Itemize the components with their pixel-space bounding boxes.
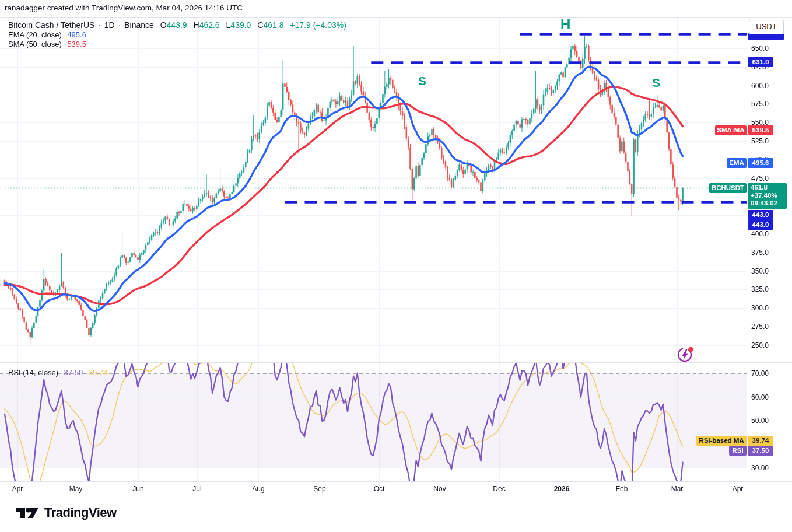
level-badge-631: 631.0: [748, 57, 773, 67]
sma-label: SMA (50, close): [8, 40, 62, 48]
ema-axis-label: EMA: [727, 158, 747, 168]
price-tick: 375.0: [751, 249, 769, 257]
time-axis-label: 2026: [554, 485, 570, 493]
ema-axis-value: 495.6: [748, 158, 773, 168]
price-tick: 275.0: [751, 323, 769, 331]
level-badge-443-b: 443.0: [748, 220, 773, 230]
price-tick: 400.0: [751, 230, 769, 238]
sma-axis-value: 539.5: [748, 125, 773, 135]
time-axis-label: Aug: [252, 485, 264, 493]
price-tick: 475.0: [751, 174, 769, 183]
tradingview-logo[interactable]: TradingView: [15, 504, 117, 522]
price-tick: 575.0: [751, 100, 769, 108]
rsi-tick: 50.00: [751, 416, 769, 425]
price-tick: 600.0: [751, 82, 769, 90]
time-axis-label: Feb: [616, 485, 628, 493]
annotation-right-shoulder[interactable]: S: [652, 76, 660, 90]
time-axis-label: Dec: [493, 485, 505, 493]
time-axis-label: Apr: [733, 485, 744, 493]
price-tick: 525.0: [751, 137, 769, 145]
rsi-tick: 70.00: [751, 369, 769, 377]
legend-ema[interactable]: EMA (20, close) 495.6: [8, 30, 86, 39]
rsi-tick: 30.00: [751, 464, 769, 472]
ohlc-high: H462.6: [194, 20, 220, 30]
sma-value: 539.5: [67, 40, 86, 48]
annotation-head[interactable]: H: [560, 16, 570, 33]
symbol-header[interactable]: Bitcoin Cash / TetherUS · 1D · Binance O…: [8, 20, 346, 30]
legend-sma[interactable]: SMA (50, close) 539.5: [8, 40, 86, 48]
time-axis-label: Oct: [374, 485, 385, 493]
last-price-change: +37.40%: [751, 192, 787, 200]
level-badge-443-a: 443.0: [748, 210, 773, 220]
rsi-ma-axis-value: 39.74: [748, 436, 773, 446]
rsi-value: 37.50: [64, 368, 83, 377]
time-axis-label: Nov: [433, 485, 446, 493]
separator: ·: [118, 20, 121, 30]
ema-value: 495.6: [67, 30, 86, 39]
price-tick: 350.0: [751, 267, 769, 275]
rsi-ma-value: 39.74: [89, 368, 108, 377]
time-axis-label: Jul: [192, 485, 201, 493]
last-price-badge: 461.8 +37.40% 09:43:02: [748, 183, 787, 209]
symbol-exchange: Binance: [124, 20, 154, 30]
legend-rsi[interactable]: RSI (14, close) 37.50 39.74: [8, 368, 107, 377]
time-axis-label: May: [69, 485, 83, 493]
ohlc-open: O443.9: [160, 20, 187, 30]
annotation-left-shoulder[interactable]: S: [418, 74, 426, 88]
time-axis-label: Sep: [313, 485, 325, 493]
time-axis-label: Apr: [12, 485, 23, 493]
ohlc-low: L439.0: [226, 20, 251, 30]
separator: ·: [98, 20, 101, 30]
price-tick: 300.0: [751, 304, 769, 312]
rsi-axis-label: RSI: [729, 446, 747, 456]
price-tick: 250.0: [751, 341, 769, 349]
rsi-tick: 60.00: [751, 393, 769, 401]
price-chart-canvas[interactable]: [0, 0, 792, 532]
tradingview-chart-window: { "watermark": "ranadagger created with …: [0, 0, 792, 532]
sma-axis-label: SMA:MA: [715, 125, 747, 135]
rsi-label: RSI (14, close): [8, 368, 58, 377]
lightning-marker-icon[interactable]: [676, 345, 696, 367]
watermark-attribution: ranadagger created with TradingView.com,…: [5, 4, 243, 12]
time-axis-label: Jun: [132, 485, 143, 493]
symbol-axis-label: BCHUSDT: [709, 183, 747, 193]
rsi-axis-value: 37.50: [748, 446, 773, 456]
last-price: 461.8: [751, 184, 787, 192]
currency-toggle-button[interactable]: USDT: [749, 19, 784, 34]
time-axis-label: Mar: [671, 485, 684, 493]
tradingview-logo-text: TradingView: [44, 505, 117, 520]
symbol-interval: 1D: [104, 20, 115, 30]
tradingview-logo-mark: [15, 504, 39, 522]
price-tick: 325.0: [751, 285, 769, 293]
daily-change: +17.9 (+4.03%): [290, 20, 346, 30]
price-tick: 650.0: [751, 44, 769, 52]
symbol-title: Bitcoin Cash / TetherUS: [8, 20, 94, 30]
bar-countdown: 09:43:02: [751, 200, 787, 208]
rsi-ma-axis-label: RSI-based MA: [696, 436, 747, 446]
ema-label: EMA (20, close): [8, 30, 62, 39]
ohlc-close: C461.8: [257, 20, 283, 30]
